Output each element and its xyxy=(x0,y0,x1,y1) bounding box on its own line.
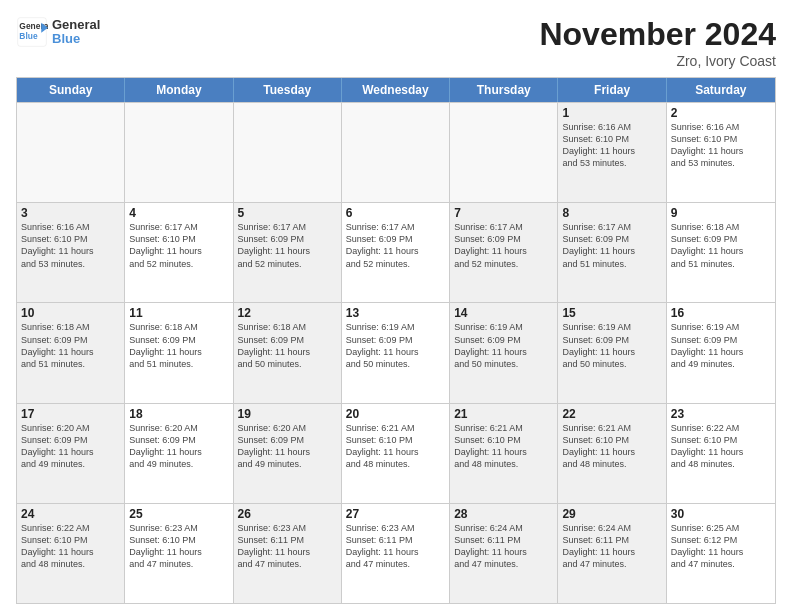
day-number: 21 xyxy=(454,407,553,421)
day-number: 25 xyxy=(129,507,228,521)
cell-info: Sunrise: 6:21 AM Sunset: 6:10 PM Dayligh… xyxy=(454,422,553,471)
calendar-cell: 12Sunrise: 6:18 AM Sunset: 6:09 PM Dayli… xyxy=(234,303,342,402)
day-number: 10 xyxy=(21,306,120,320)
day-number: 20 xyxy=(346,407,445,421)
calendar-cell: 11Sunrise: 6:18 AM Sunset: 6:09 PM Dayli… xyxy=(125,303,233,402)
calendar-cell: 25Sunrise: 6:23 AM Sunset: 6:10 PM Dayli… xyxy=(125,504,233,603)
calendar-cell: 16Sunrise: 6:19 AM Sunset: 6:09 PM Dayli… xyxy=(667,303,775,402)
calendar-header: Sunday Monday Tuesday Wednesday Thursday… xyxy=(17,78,775,102)
logo-text: General Blue xyxy=(52,18,100,47)
calendar-cell xyxy=(17,103,125,202)
calendar-cell: 17Sunrise: 6:20 AM Sunset: 6:09 PM Dayli… xyxy=(17,404,125,503)
cell-info: Sunrise: 6:22 AM Sunset: 6:10 PM Dayligh… xyxy=(671,422,771,471)
cell-info: Sunrise: 6:19 AM Sunset: 6:09 PM Dayligh… xyxy=(454,321,553,370)
cell-info: Sunrise: 6:19 AM Sunset: 6:09 PM Dayligh… xyxy=(562,321,661,370)
calendar-cell: 18Sunrise: 6:20 AM Sunset: 6:09 PM Dayli… xyxy=(125,404,233,503)
month-title: November 2024 xyxy=(539,16,776,53)
header-sunday: Sunday xyxy=(17,78,125,102)
title-block: November 2024 Zro, Ivory Coast xyxy=(539,16,776,69)
calendar-cell: 9Sunrise: 6:18 AM Sunset: 6:09 PM Daylig… xyxy=(667,203,775,302)
calendar-cell: 27Sunrise: 6:23 AM Sunset: 6:11 PM Dayli… xyxy=(342,504,450,603)
logo-icon: General Blue xyxy=(16,16,48,48)
header-monday: Monday xyxy=(125,78,233,102)
header-tuesday: Tuesday xyxy=(234,78,342,102)
cell-info: Sunrise: 6:21 AM Sunset: 6:10 PM Dayligh… xyxy=(346,422,445,471)
header: General Blue General Blue November 2024 … xyxy=(16,16,776,69)
day-number: 22 xyxy=(562,407,661,421)
cell-info: Sunrise: 6:16 AM Sunset: 6:10 PM Dayligh… xyxy=(671,121,771,170)
calendar-cell xyxy=(234,103,342,202)
day-number: 6 xyxy=(346,206,445,220)
calendar-row-1: 1Sunrise: 6:16 AM Sunset: 6:10 PM Daylig… xyxy=(17,102,775,202)
calendar-cell xyxy=(450,103,558,202)
calendar-cell: 26Sunrise: 6:23 AM Sunset: 6:11 PM Dayli… xyxy=(234,504,342,603)
cell-info: Sunrise: 6:21 AM Sunset: 6:10 PM Dayligh… xyxy=(562,422,661,471)
calendar-cell: 21Sunrise: 6:21 AM Sunset: 6:10 PM Dayli… xyxy=(450,404,558,503)
calendar-row-3: 10Sunrise: 6:18 AM Sunset: 6:09 PM Dayli… xyxy=(17,302,775,402)
day-number: 19 xyxy=(238,407,337,421)
calendar-cell: 14Sunrise: 6:19 AM Sunset: 6:09 PM Dayli… xyxy=(450,303,558,402)
cell-info: Sunrise: 6:24 AM Sunset: 6:11 PM Dayligh… xyxy=(562,522,661,571)
day-number: 29 xyxy=(562,507,661,521)
header-thursday: Thursday xyxy=(450,78,558,102)
cell-info: Sunrise: 6:18 AM Sunset: 6:09 PM Dayligh… xyxy=(21,321,120,370)
cell-info: Sunrise: 6:19 AM Sunset: 6:09 PM Dayligh… xyxy=(346,321,445,370)
cell-info: Sunrise: 6:24 AM Sunset: 6:11 PM Dayligh… xyxy=(454,522,553,571)
day-number: 12 xyxy=(238,306,337,320)
calendar-row-2: 3Sunrise: 6:16 AM Sunset: 6:10 PM Daylig… xyxy=(17,202,775,302)
calendar-cell xyxy=(342,103,450,202)
calendar-cell: 20Sunrise: 6:21 AM Sunset: 6:10 PM Dayli… xyxy=(342,404,450,503)
day-number: 8 xyxy=(562,206,661,220)
cell-info: Sunrise: 6:18 AM Sunset: 6:09 PM Dayligh… xyxy=(671,221,771,270)
day-number: 13 xyxy=(346,306,445,320)
header-wednesday: Wednesday xyxy=(342,78,450,102)
calendar-cell: 15Sunrise: 6:19 AM Sunset: 6:09 PM Dayli… xyxy=(558,303,666,402)
day-number: 24 xyxy=(21,507,120,521)
calendar-cell: 23Sunrise: 6:22 AM Sunset: 6:10 PM Dayli… xyxy=(667,404,775,503)
cell-info: Sunrise: 6:17 AM Sunset: 6:09 PM Dayligh… xyxy=(454,221,553,270)
cell-info: Sunrise: 6:17 AM Sunset: 6:09 PM Dayligh… xyxy=(346,221,445,270)
cell-info: Sunrise: 6:18 AM Sunset: 6:09 PM Dayligh… xyxy=(129,321,228,370)
calendar-cell: 6Sunrise: 6:17 AM Sunset: 6:09 PM Daylig… xyxy=(342,203,450,302)
calendar-cell: 2Sunrise: 6:16 AM Sunset: 6:10 PM Daylig… xyxy=(667,103,775,202)
day-number: 17 xyxy=(21,407,120,421)
cell-info: Sunrise: 6:16 AM Sunset: 6:10 PM Dayligh… xyxy=(21,221,120,270)
day-number: 28 xyxy=(454,507,553,521)
day-number: 14 xyxy=(454,306,553,320)
day-number: 11 xyxy=(129,306,228,320)
day-number: 18 xyxy=(129,407,228,421)
cell-info: Sunrise: 6:16 AM Sunset: 6:10 PM Dayligh… xyxy=(562,121,661,170)
calendar-cell: 28Sunrise: 6:24 AM Sunset: 6:11 PM Dayli… xyxy=(450,504,558,603)
day-number: 15 xyxy=(562,306,661,320)
calendar: Sunday Monday Tuesday Wednesday Thursday… xyxy=(16,77,776,604)
logo: General Blue General Blue xyxy=(16,16,100,48)
day-number: 9 xyxy=(671,206,771,220)
day-number: 26 xyxy=(238,507,337,521)
header-friday: Friday xyxy=(558,78,666,102)
svg-text:Blue: Blue xyxy=(19,31,38,41)
cell-info: Sunrise: 6:23 AM Sunset: 6:11 PM Dayligh… xyxy=(346,522,445,571)
cell-info: Sunrise: 6:23 AM Sunset: 6:10 PM Dayligh… xyxy=(129,522,228,571)
day-number: 2 xyxy=(671,106,771,120)
day-number: 5 xyxy=(238,206,337,220)
location: Zro, Ivory Coast xyxy=(539,53,776,69)
calendar-cell: 19Sunrise: 6:20 AM Sunset: 6:09 PM Dayli… xyxy=(234,404,342,503)
cell-info: Sunrise: 6:18 AM Sunset: 6:09 PM Dayligh… xyxy=(238,321,337,370)
header-saturday: Saturday xyxy=(667,78,775,102)
calendar-cell: 30Sunrise: 6:25 AM Sunset: 6:12 PM Dayli… xyxy=(667,504,775,603)
calendar-cell: 4Sunrise: 6:17 AM Sunset: 6:10 PM Daylig… xyxy=(125,203,233,302)
day-number: 7 xyxy=(454,206,553,220)
day-number: 30 xyxy=(671,507,771,521)
cell-info: Sunrise: 6:19 AM Sunset: 6:09 PM Dayligh… xyxy=(671,321,771,370)
day-number: 4 xyxy=(129,206,228,220)
calendar-cell: 24Sunrise: 6:22 AM Sunset: 6:10 PM Dayli… xyxy=(17,504,125,603)
cell-info: Sunrise: 6:23 AM Sunset: 6:11 PM Dayligh… xyxy=(238,522,337,571)
day-number: 1 xyxy=(562,106,661,120)
calendar-row-5: 24Sunrise: 6:22 AM Sunset: 6:10 PM Dayli… xyxy=(17,503,775,603)
cell-info: Sunrise: 6:17 AM Sunset: 6:10 PM Dayligh… xyxy=(129,221,228,270)
calendar-cell: 29Sunrise: 6:24 AM Sunset: 6:11 PM Dayli… xyxy=(558,504,666,603)
calendar-cell: 7Sunrise: 6:17 AM Sunset: 6:09 PM Daylig… xyxy=(450,203,558,302)
calendar-cell: 13Sunrise: 6:19 AM Sunset: 6:09 PM Dayli… xyxy=(342,303,450,402)
cell-info: Sunrise: 6:25 AM Sunset: 6:12 PM Dayligh… xyxy=(671,522,771,571)
day-number: 16 xyxy=(671,306,771,320)
